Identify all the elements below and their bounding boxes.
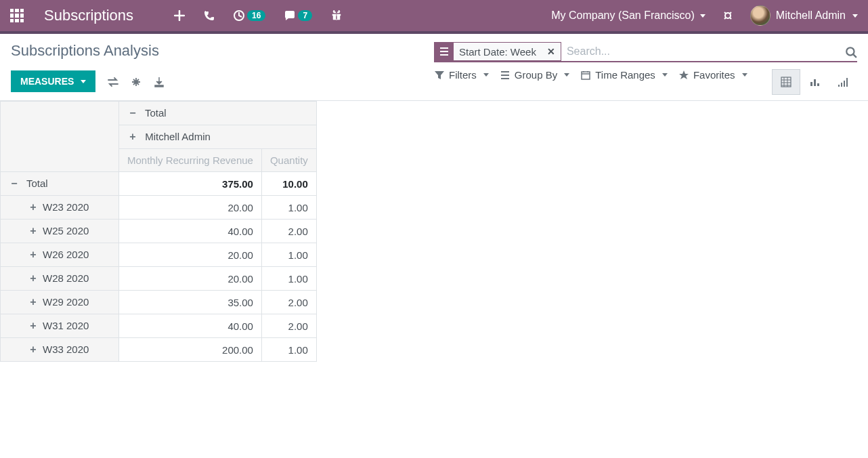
expand-icon[interactable]: + xyxy=(28,272,39,285)
signal-icon xyxy=(838,77,848,87)
pivot-row: +W26 202020.001.00 xyxy=(1,243,317,267)
collapse-icon[interactable]: − xyxy=(9,178,20,190)
row-header[interactable]: +W28 2020 xyxy=(1,267,119,291)
qty-cell: 2.00 xyxy=(261,220,316,243)
facet-remove-icon[interactable]: ✕ xyxy=(542,46,561,57)
timeranges-button[interactable]: Time Ranges xyxy=(580,69,668,81)
mrr-cell: 40.00 xyxy=(119,220,262,243)
mrr-cell: 20.00 xyxy=(119,267,262,291)
top-navbar: Subscriptions 16 7 My Company (San Franc… xyxy=(0,0,868,31)
calendar-icon xyxy=(580,70,591,81)
pivot-icon xyxy=(781,77,791,87)
gift-icon[interactable] xyxy=(331,10,342,21)
user-menu[interactable]: Mitchell Admin xyxy=(750,5,858,26)
caret-down-icon xyxy=(662,73,668,77)
pivot-view-button[interactable] xyxy=(772,69,800,95)
measures-button[interactable]: MEASURES xyxy=(11,70,95,92)
control-panel: Subscriptions Analysis MEASURES Sta xyxy=(0,34,868,101)
svg-rect-8 xyxy=(844,81,845,87)
favorites-button[interactable]: Favorites xyxy=(678,69,747,81)
pivot-row: +W33 2020200.001.00 xyxy=(1,338,317,362)
company-selector[interactable]: My Company (San Francisco) xyxy=(551,9,706,22)
row-header[interactable]: +W33 2020 xyxy=(1,338,119,362)
expand-icon[interactable]: + xyxy=(28,344,39,356)
qty-cell: 2.00 xyxy=(261,314,316,338)
app-title[interactable]: Subscriptions xyxy=(44,7,133,24)
flip-axis-icon[interactable] xyxy=(108,75,118,87)
filters-label: Filters xyxy=(449,69,477,81)
collapse-icon[interactable]: − xyxy=(127,107,138,119)
download-icon[interactable] xyxy=(154,75,165,87)
new-icon[interactable] xyxy=(174,10,185,21)
mrr-cell: 20.00 xyxy=(119,196,262,220)
mrr-cell: 35.00 xyxy=(119,291,262,314)
cohort-view-button[interactable] xyxy=(829,69,857,95)
favorites-label: Favorites xyxy=(693,69,735,81)
col-group-label: Mitchell Admin xyxy=(145,131,211,142)
apps-menu-icon[interactable] xyxy=(10,9,24,22)
groupby-label: Group By xyxy=(515,69,557,81)
caret-down-icon xyxy=(483,73,489,77)
caret-down-icon xyxy=(81,80,86,83)
expand-icon[interactable]: + xyxy=(28,249,39,261)
row-label: W25 2020 xyxy=(43,225,89,236)
breadcrumb: Subscriptions Analysis xyxy=(11,42,434,60)
caret-down-icon xyxy=(742,73,747,77)
total-mrr-cell: 375.00 xyxy=(119,172,262,196)
row-header[interactable]: +W23 2020 xyxy=(1,196,119,220)
activities-icon[interactable]: 16 xyxy=(234,10,265,21)
mrr-cell: 20.00 xyxy=(119,243,262,267)
pivot-total-row: − Total 375.00 10.00 xyxy=(1,172,317,196)
expand-icon[interactable]: + xyxy=(28,320,39,332)
row-header[interactable]: +W29 2020 xyxy=(1,291,119,314)
svg-point-0 xyxy=(846,47,854,55)
pivot-table: − Total + Mitchell Admin Monthly Recurri… xyxy=(0,101,317,362)
expand-icon[interactable]: + xyxy=(28,296,39,308)
filter-icon xyxy=(434,70,445,81)
messages-icon[interactable]: 7 xyxy=(284,10,312,21)
col-group-header[interactable]: + Mitchell Admin xyxy=(119,125,317,149)
row-label: W29 2020 xyxy=(43,296,89,308)
row-total-header[interactable]: − Total xyxy=(1,172,119,196)
svg-rect-4 xyxy=(814,79,816,86)
mrr-cell: 40.00 xyxy=(119,314,262,338)
col-total-header[interactable]: − Total xyxy=(119,102,317,125)
measure-header-mrr[interactable]: Monthly Recurring Revenue xyxy=(119,149,262,172)
caret-down-icon xyxy=(700,14,706,18)
search-icon[interactable] xyxy=(845,45,857,59)
pivot-area: − Total + Mitchell Admin Monthly Recurri… xyxy=(0,101,868,362)
expand-all-icon[interactable] xyxy=(131,75,142,87)
groupby-button[interactable]: Group By xyxy=(500,69,569,81)
measure-header-qty[interactable]: Quantity xyxy=(261,149,316,172)
groupby-facet-icon xyxy=(435,43,454,60)
user-name: Mitchell Admin xyxy=(776,9,846,22)
expand-icon[interactable]: + xyxy=(28,225,39,237)
star-icon xyxy=(678,70,689,81)
debug-icon[interactable] xyxy=(722,10,733,21)
search-bar: Start Date: Week ✕ xyxy=(434,42,857,62)
svg-rect-1 xyxy=(582,72,590,79)
search-input[interactable] xyxy=(561,43,845,60)
activities-badge: 16 xyxy=(247,10,265,21)
filters-button[interactable]: Filters xyxy=(434,69,489,81)
timeranges-label: Time Ranges xyxy=(595,69,655,81)
qty-cell: 1.00 xyxy=(261,338,316,362)
row-header[interactable]: +W26 2020 xyxy=(1,243,119,267)
company-name: My Company (San Francisco) xyxy=(551,9,695,22)
graph-view-button[interactable] xyxy=(800,69,829,95)
phone-icon[interactable] xyxy=(204,10,215,21)
svg-rect-7 xyxy=(841,83,842,87)
pivot-row: +W29 202035.002.00 xyxy=(1,291,317,314)
list-icon xyxy=(500,70,511,81)
expand-icon[interactable]: + xyxy=(28,201,39,213)
row-label: W28 2020 xyxy=(43,272,89,284)
row-header[interactable]: +W31 2020 xyxy=(1,314,119,338)
row-label: W26 2020 xyxy=(43,249,89,260)
bar-chart-icon xyxy=(809,77,820,87)
qty-cell: 1.00 xyxy=(261,243,316,267)
row-header[interactable]: +W25 2020 xyxy=(1,220,119,243)
expand-icon[interactable]: + xyxy=(127,131,138,143)
user-avatar xyxy=(750,5,771,26)
svg-rect-9 xyxy=(846,78,848,87)
qty-cell: 1.00 xyxy=(261,196,316,220)
